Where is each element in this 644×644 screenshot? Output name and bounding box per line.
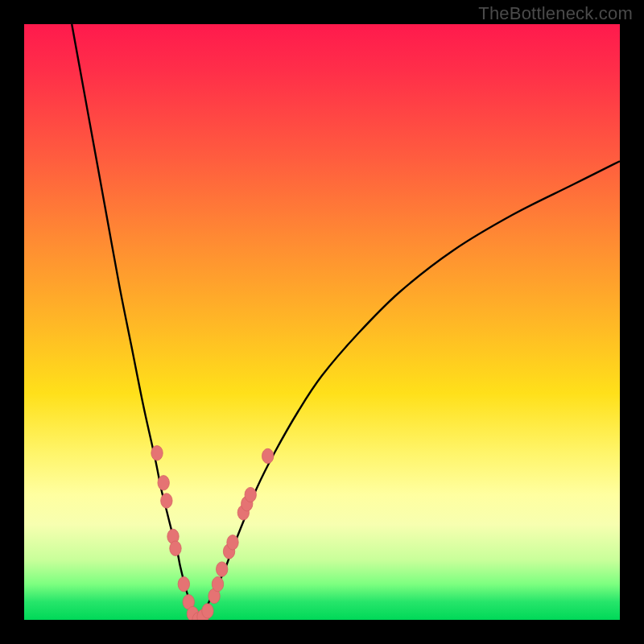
data-marker xyxy=(178,576,189,591)
curve-left-branch xyxy=(72,24,198,620)
data-marker xyxy=(170,541,181,555)
data-marker xyxy=(158,476,169,490)
plot-area xyxy=(24,24,620,620)
curve-right-branch xyxy=(198,161,620,620)
data-marker xyxy=(212,576,223,591)
data-marker xyxy=(161,493,172,508)
chart-frame: TheBottleneck.com xyxy=(0,0,644,644)
data-marker xyxy=(202,604,213,618)
data-marker xyxy=(262,448,273,463)
data-marker xyxy=(151,446,163,460)
data-marker xyxy=(227,535,238,550)
data-marker xyxy=(216,562,227,576)
watermark-text: TheBottleneck.com xyxy=(478,3,633,24)
data-marker xyxy=(245,487,256,502)
bottleneck-curve xyxy=(24,24,620,620)
